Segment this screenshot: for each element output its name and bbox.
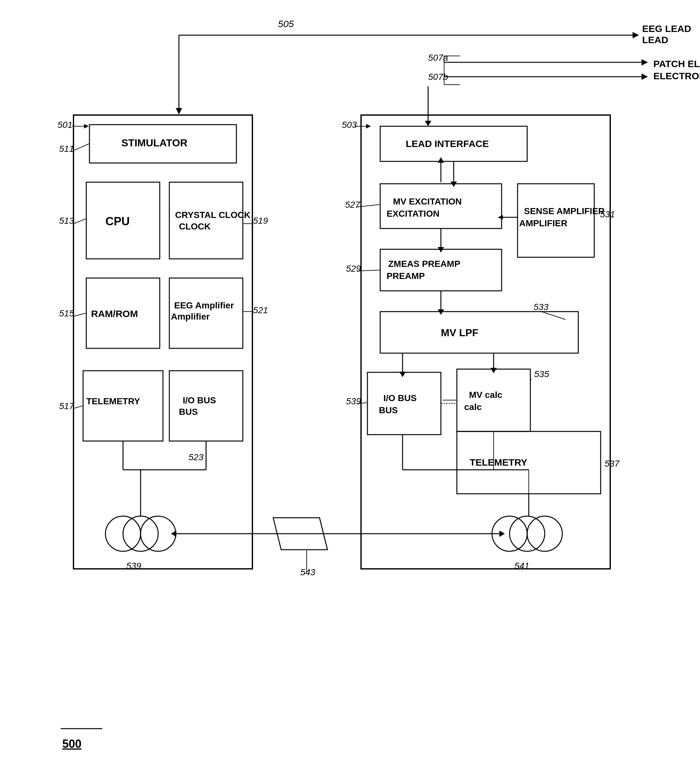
io-bus-left-label2: BUS — [179, 407, 198, 417]
mv-calc-label: MV calc — [469, 390, 502, 400]
ref-501: 501 — [57, 120, 73, 130]
patch-electrodes-label: PATCH ELECTRODES — [653, 59, 700, 69]
eeg-amplifier-label: EEG Amplifier — [174, 301, 234, 310]
ref-527: 527 — [345, 200, 360, 210]
sense-amplifier-label2: AMPLIFIER — [519, 218, 567, 228]
lead-interface-label: LEAD INTERFACE — [406, 138, 489, 149]
io-bus-left-label: I/O BUS — [183, 395, 216, 405]
ref-541: 541 — [514, 561, 530, 571]
diagram: 505 EEG LEAD LEAD 507a 507b PATCH ELECTR… — [0, 0, 700, 767]
crystal-clock-label2: CLOCK — [179, 221, 211, 231]
figure-number: 500 — [62, 737, 81, 750]
io-bus-right-label2: BUS — [379, 405, 398, 415]
ref-517: 517 — [59, 401, 75, 411]
mv-excitation-label2: EXCITATION — [387, 209, 439, 219]
ref-513: 513 — [59, 216, 74, 226]
ref-521: 521 — [253, 305, 268, 315]
eeg-amplifier-label2: Amplifier — [171, 312, 210, 321]
telemetry-right-label: TELEMETRY — [470, 457, 528, 468]
ref-531: 531 — [600, 209, 615, 219]
ref-535: 535 — [534, 369, 549, 379]
ram-rom-label: RAM/ROM — [91, 309, 138, 319]
ref-539-right: 539 — [346, 396, 361, 406]
ref-505: 505 — [278, 19, 294, 29]
ref-539-bottom: 539 — [126, 561, 141, 571]
sense-amplifier-label: SENSE AMPLIFIER — [524, 206, 605, 216]
mv-lpf-label: MV LPF — [441, 327, 478, 339]
ref-515: 515 — [59, 309, 74, 318]
ref-537: 537 — [605, 458, 620, 468]
eeg-lead-label2: LEAD — [642, 35, 668, 45]
stimulator-label: STIMULATOR — [121, 137, 188, 149]
ref-507a: 507a — [428, 53, 448, 63]
ref-507b: 507b — [428, 72, 448, 82]
zmeas-preamp-label: ZMEAS PREAMP — [388, 259, 460, 269]
ref-503: 503 — [342, 120, 357, 130]
ref-519: 519 — [253, 216, 268, 226]
mv-calc-label2: calc — [464, 402, 482, 412]
io-bus-right-label: I/O BUS — [383, 393, 417, 403]
ref-511: 511 — [59, 144, 74, 154]
ref-533: 533 — [533, 302, 549, 312]
eeg-lead-label: EEG LEAD — [642, 23, 691, 34]
patch-electrodes-label2: ELECTRODES — [653, 71, 700, 81]
telemetry-left-label: TELEMETRY — [86, 396, 140, 406]
ref-529: 529 — [346, 264, 361, 274]
ref-543: 543 — [300, 567, 315, 577]
crystal-clock-label: CRYSTAL CLOCK — [175, 210, 250, 220]
ref-523: 523 — [188, 452, 204, 462]
mv-excitation-label: MV EXCITATION — [393, 197, 462, 207]
zmeas-preamp-label2: PREAMP — [387, 271, 425, 281]
cpu-label: CPU — [105, 215, 130, 228]
